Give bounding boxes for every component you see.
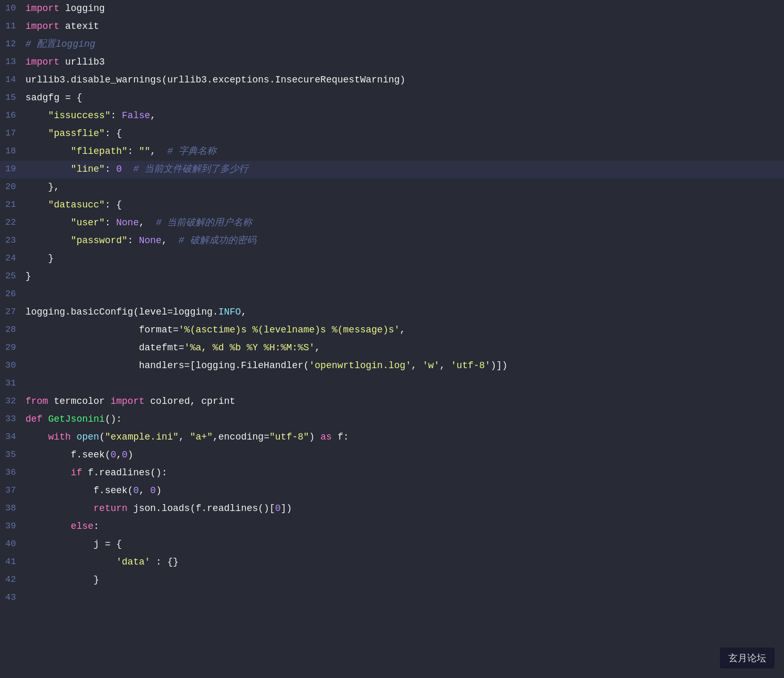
- code-editor: 10 import logging 11 import atexit 12 # …: [0, 0, 784, 607]
- code-line-42: 42 }: [0, 571, 784, 589]
- code-line-24: 24 }: [0, 250, 784, 268]
- code-line-19: 19 "line": 0 # 当前文件破解到了多少行: [0, 161, 784, 179]
- code-line-22: 22 "user": None, # 当前破解的用户名称: [0, 214, 784, 232]
- code-line-11: 11 import atexit: [0, 18, 784, 36]
- code-line-28: 28 format='%(asctime)s %(levelname)s %(m…: [0, 321, 784, 339]
- code-line-25: 25 }: [0, 268, 784, 286]
- code-line-41: 41 'data' : {}: [0, 554, 784, 571]
- code-line-37: 37 f.seek(0, 0): [0, 482, 784, 500]
- watermark-badge: 玄月论坛: [720, 648, 775, 669]
- code-line-35: 35 f.seek(0,0): [0, 446, 784, 464]
- code-line-33: 33 def GetJsonini():: [0, 411, 784, 429]
- code-line-40: 40 j = {: [0, 536, 784, 554]
- code-line-21: 21 "datasucc": {: [0, 196, 784, 214]
- code-line-39: 39 else:: [0, 518, 784, 536]
- code-line-31: 31: [0, 375, 784, 393]
- code-line-36: 36 if f.readlines():: [0, 464, 784, 482]
- code-line-16: 16 "issuccess": False,: [0, 107, 784, 125]
- code-line-10: 10 import logging: [0, 0, 784, 18]
- code-line-29: 29 datefmt='%a, %d %b %Y %H:%M:%S',: [0, 339, 784, 357]
- code-line-12: 12 # 配置logging: [0, 36, 784, 54]
- code-line-32: 32 from termcolor import colored, cprint: [0, 393, 784, 411]
- code-line-43: 43: [0, 589, 784, 607]
- code-line-30: 30 handlers=[logging.FileHandler('openwr…: [0, 357, 784, 375]
- code-line-27: 27 logging.basicConfig(level=logging.INF…: [0, 304, 784, 321]
- code-line-23: 23 "password": None, # 破解成功的密码: [0, 232, 784, 250]
- code-line-38: 38 return json.loads(f.readlines()[0]): [0, 500, 784, 518]
- code-line-14: 14 urllib3.disable_warnings(urllib3.exce…: [0, 71, 784, 89]
- code-line-18: 18 "fliepath": "", # 字典名称: [0, 143, 784, 161]
- code-line-26: 26: [0, 286, 784, 304]
- code-line-20: 20 },: [0, 179, 784, 196]
- code-line-13: 13 import urllib3: [0, 54, 784, 71]
- code-line-17: 17 "passflie": {: [0, 125, 784, 143]
- code-line-34: 34 with open("example.ini", "a+",encodin…: [0, 429, 784, 446]
- code-line-15: 15 sadgfg = {: [0, 89, 784, 107]
